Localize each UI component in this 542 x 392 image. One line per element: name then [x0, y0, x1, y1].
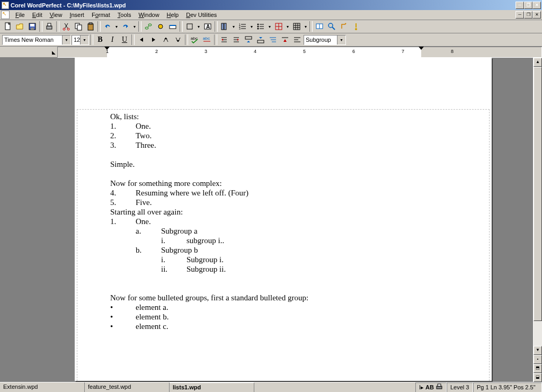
prev-page-button[interactable]: ⬒ — [534, 364, 542, 373]
autoformat-button[interactable] — [338, 21, 350, 32]
redo-dropdown[interactable]: ▼ — [132, 21, 137, 32]
new-button[interactable] — [2, 21, 14, 32]
menu-format[interactable]: Format — [88, 11, 114, 19]
insert-object-button[interactable] — [155, 21, 166, 32]
status-insert[interactable]: I▸ AB — [415, 382, 447, 393]
list-item[interactable]: i.subgroup i.. — [110, 236, 460, 245]
list-item[interactable]: 2.Two. — [110, 131, 460, 140]
save-button[interactable] — [26, 21, 38, 32]
text-line[interactable]: Ok, lists: — [110, 112, 460, 121]
menu-view[interactable]: View — [46, 11, 66, 19]
close-button[interactable]: ✕ — [532, 2, 541, 9]
scroll-down-button[interactable]: ▼ — [534, 346, 542, 355]
menu-file[interactable]: File — [12, 11, 29, 19]
undo-button[interactable] — [102, 21, 113, 32]
tab-indicator-icon[interactable]: ◣ — [52, 50, 56, 55]
menu-tools[interactable]: Tools — [114, 11, 135, 19]
list-item[interactable]: 1.One. — [110, 121, 460, 131]
mdi-minimize-button[interactable]: ─ — [516, 11, 524, 19]
next-page-button[interactable]: ⬓ — [534, 373, 542, 382]
list-item[interactable]: a.Subgroup a — [110, 226, 460, 236]
menu-edit[interactable]: Edit — [29, 11, 46, 19]
numbering-dropdown[interactable]: ▼ — [249, 21, 254, 32]
text-line[interactable]: Now for some bulleted groups, first a st… — [110, 293, 460, 302]
list-item[interactable]: b.Subgroup b — [110, 245, 460, 255]
mdi-close-button[interactable]: ✕ — [532, 11, 541, 19]
prev-button[interactable] — [136, 34, 147, 46]
next-button[interactable] — [148, 34, 159, 46]
doc-tab-3[interactable]: lists1.wpd — [170, 382, 254, 393]
browse-select-button[interactable]: • — [534, 355, 542, 364]
outline-hide-button[interactable] — [279, 34, 291, 46]
subgroup-select[interactable]: Subgroup▼ — [304, 35, 346, 45]
list-item[interactable]: 5.Five. — [110, 198, 460, 207]
list-item[interactable]: •element a. — [110, 302, 460, 312]
list-item[interactable]: •element c. — [110, 322, 460, 331]
spellcheck-abc-button[interactable]: abc — [189, 34, 201, 46]
copy-button[interactable] — [73, 21, 84, 32]
hyperlink-button[interactable] — [143, 21, 154, 32]
mdi-restore-button[interactable]: ❐ — [524, 11, 532, 19]
size-select[interactable]: 12▼ — [72, 35, 89, 45]
spellcheck-abc2-button[interactable]: abc — [201, 34, 213, 46]
scroll-thumb[interactable] — [534, 67, 542, 321]
italic-button[interactable]: I — [106, 34, 118, 46]
list-item[interactable]: 3.Three. — [110, 140, 460, 150]
status-level[interactable]: Level 3 — [447, 382, 473, 393]
outline-collapse-button[interactable] — [291, 34, 303, 46]
menu-dev[interactable]: Dev Utilities — [182, 11, 220, 19]
table-button[interactable] — [291, 21, 303, 32]
text-line[interactable]: Now for something more complex: — [110, 179, 460, 188]
table-quick-dropdown[interactable]: ▼ — [285, 21, 290, 32]
restore-button[interactable]: ❐ — [524, 2, 532, 9]
text-line[interactable]: Starting all over again: — [110, 207, 460, 217]
columns-dropdown[interactable]: ▼ — [231, 21, 236, 32]
paste-button[interactable] — [85, 21, 96, 32]
spellcheck-button[interactable] — [314, 21, 325, 32]
doc-tab-1[interactable]: Extensin.wpd — [0, 382, 85, 393]
right-margin-marker[interactable] — [419, 47, 424, 50]
bullets-dropdown[interactable]: ▼ — [267, 21, 272, 32]
shapes-dropdown[interactable]: ▼ — [196, 21, 201, 32]
menu-window[interactable]: Window — [135, 11, 163, 19]
outline-show-button[interactable] — [267, 34, 279, 46]
promote-button[interactable] — [160, 34, 172, 46]
quickformat-button[interactable] — [167, 21, 179, 32]
outline-decrease-button[interactable] — [230, 34, 242, 46]
font-select[interactable]: Times New Roman▼ — [2, 35, 71, 45]
page[interactable]: Ok, lists: 1.One. 2.Two. 3.Three. Simple… — [75, 58, 492, 381]
minimize-button[interactable]: ─ — [516, 2, 524, 9]
table-dropdown[interactable]: ▼ — [303, 21, 308, 32]
horizontal-ruler[interactable]: 1 2 3 4 5 6 7 8 — [57, 47, 542, 58]
bold-button[interactable]: B — [94, 34, 106, 46]
outline-movedown-button[interactable] — [255, 34, 266, 46]
menu-help[interactable]: Help — [163, 11, 183, 19]
vertical-scrollbar[interactable]: ▲ ▼ • ⬒ ⬓ — [533, 58, 542, 382]
bullets-button[interactable] — [255, 21, 266, 32]
redo-button[interactable] — [120, 21, 131, 32]
zoom-button[interactable] — [326, 21, 337, 32]
text-line[interactable]: Simple. — [110, 159, 460, 169]
cut-button[interactable] — [60, 21, 72, 32]
list-item[interactable]: 4.Resuming where we left off. (Four) — [110, 188, 460, 198]
list-item[interactable]: ii.Subgroup ii. — [110, 264, 460, 274]
scroll-up-button[interactable]: ▲ — [534, 58, 542, 67]
outline-increase-button[interactable] — [218, 34, 230, 46]
numbering-button[interactable]: 123 — [237, 21, 248, 32]
scroll-track[interactable] — [534, 67, 542, 346]
list-item[interactable]: i.Subgroup i. — [110, 255, 460, 264]
open-button[interactable] — [14, 21, 26, 32]
list-item[interactable]: 1.One. — [110, 217, 460, 226]
demote-button[interactable] — [172, 34, 184, 46]
print-button[interactable] — [43, 21, 55, 32]
shapes-button[interactable] — [184, 21, 196, 32]
perfectexpert-button[interactable] — [350, 21, 362, 32]
columns-button[interactable] — [219, 21, 230, 32]
outline-moveup-button[interactable] — [243, 34, 254, 46]
undo-dropdown[interactable]: ▼ — [114, 21, 119, 32]
underline-button[interactable]: U — [119, 34, 130, 46]
menu-insert[interactable]: Insert — [66, 11, 88, 19]
doc-tab-2[interactable]: feature_test.wpd — [85, 382, 170, 393]
textbox-button[interactable]: A — [202, 21, 214, 32]
document-content[interactable]: Ok, lists: 1.One. 2.Two. 3.Three. Simple… — [110, 112, 460, 331]
